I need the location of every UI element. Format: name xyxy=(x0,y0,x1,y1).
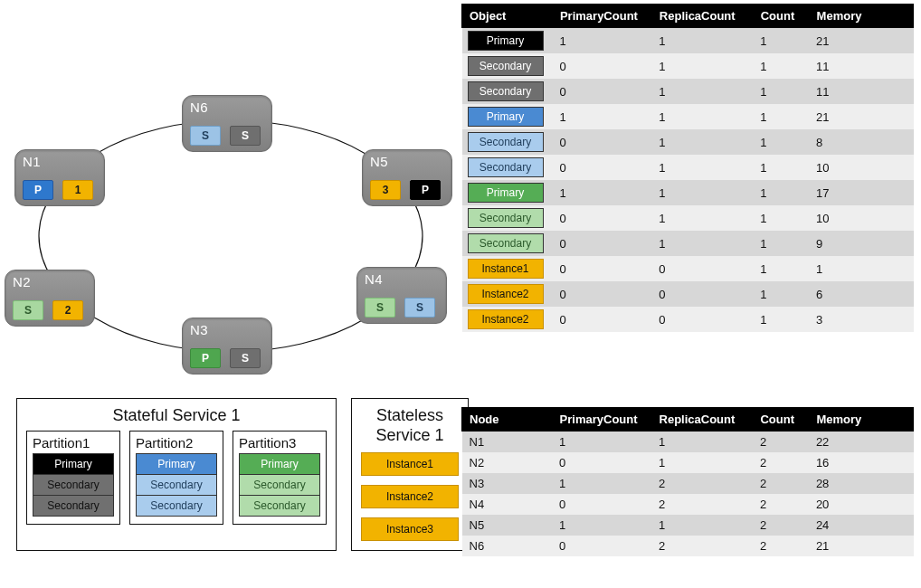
replica-slab: Secondary xyxy=(33,474,114,496)
cell-node: N6 xyxy=(462,536,553,556)
cell-memory: 22 xyxy=(809,432,914,453)
cell-primarycount: 1 xyxy=(552,432,651,453)
cell-node: N4 xyxy=(462,494,553,515)
replica-slab: Secondary xyxy=(239,495,320,517)
column-header: Object xyxy=(462,5,553,28)
replica-chip: S xyxy=(404,298,435,318)
cell-primarycount: 0 xyxy=(552,307,651,332)
column-header: ReplicaCount xyxy=(651,408,753,432)
cell-primarycount: 1 xyxy=(552,28,651,54)
cell-count: 2 xyxy=(753,515,809,536)
cell-replicacount: 1 xyxy=(651,515,753,536)
node-label: N6 xyxy=(190,100,264,115)
node-label: N3 xyxy=(190,322,264,337)
table-row: Secondary01110 xyxy=(462,205,914,231)
cell-memory: 3 xyxy=(809,307,913,332)
partition-title: Partition2 xyxy=(136,435,217,450)
instance-slab: Instance2 xyxy=(361,485,459,508)
cell-replicacount: 1 xyxy=(651,155,753,180)
cell-count: 2 xyxy=(753,494,809,515)
cell-count: 1 xyxy=(753,281,809,307)
objects-table: ObjectPrimaryCountReplicaCountCountMemor… xyxy=(461,4,914,332)
cell-memory: 1 xyxy=(809,256,913,281)
partition: Partition2PrimarySecondarySecondary xyxy=(129,431,223,525)
replica-slab: Secondary xyxy=(239,474,320,496)
services-legend: Stateful Service 1 Partition1PrimarySeco… xyxy=(16,398,469,551)
replica-slab: Secondary xyxy=(33,495,114,517)
table-row: N201216 xyxy=(462,452,914,473)
cell-primarycount: 0 xyxy=(552,79,651,104)
object-tag: Secondary xyxy=(468,132,544,152)
table-row: N511224 xyxy=(462,515,914,536)
cell-memory: 17 xyxy=(809,180,913,205)
cell-memory: 24 xyxy=(809,515,914,536)
object-tag: Primary xyxy=(468,107,544,127)
object-tag: Instance1 xyxy=(468,259,544,279)
cell-count: 2 xyxy=(753,452,809,473)
node-label: N4 xyxy=(365,271,439,287)
cluster-node-n6: N6SS xyxy=(182,95,272,152)
cell-replicacount: 0 xyxy=(651,256,753,281)
cell-primarycount: 0 xyxy=(552,129,651,155)
replica-chip: S xyxy=(13,300,43,320)
object-tag: Secondary xyxy=(468,208,544,228)
partition: Partition1PrimarySecondarySecondary xyxy=(26,431,120,525)
table-row: Secondary01111 xyxy=(462,53,914,79)
cell-primarycount: 0 xyxy=(552,53,651,79)
cell-count: 1 xyxy=(753,231,809,256)
cell-count: 1 xyxy=(753,307,809,332)
cell-count: 1 xyxy=(753,256,809,281)
replica-chip: S xyxy=(190,126,221,146)
cell-memory: 20 xyxy=(809,494,914,515)
cluster-node-n2: N2S2 xyxy=(5,270,95,327)
node-label: N1 xyxy=(23,154,97,169)
cell-node: N1 xyxy=(462,432,553,453)
cell-count: 1 xyxy=(753,205,809,231)
cell-replicacount: 2 xyxy=(651,536,753,556)
cluster-node-n3: N3PS xyxy=(182,318,272,375)
cell-replicacount: 1 xyxy=(651,129,753,155)
instance-slab: Instance3 xyxy=(361,517,459,541)
column-header: PrimaryCount xyxy=(552,5,651,28)
column-header: Node xyxy=(462,408,553,432)
replica-slab: Primary xyxy=(136,453,217,475)
cell-primarycount: 1 xyxy=(552,473,651,494)
cell-primarycount: 0 xyxy=(552,231,651,256)
cell-count: 1 xyxy=(753,129,809,155)
object-tag: Primary xyxy=(468,183,544,203)
cell-count: 1 xyxy=(753,28,809,54)
object-tag: Secondary xyxy=(468,56,544,76)
cell-primarycount: 1 xyxy=(552,104,651,129)
object-tag: Instance2 xyxy=(468,284,544,304)
cell-memory: 16 xyxy=(809,452,914,473)
cell-count: 1 xyxy=(753,180,809,205)
stateful-title: Stateful Service 1 xyxy=(26,404,327,431)
table-row: Secondary0119 xyxy=(462,231,914,256)
replica-chip: S xyxy=(230,126,261,146)
cell-memory: 11 xyxy=(809,79,913,104)
cell-replicacount: 1 xyxy=(651,79,753,104)
cell-replicacount: 1 xyxy=(651,180,753,205)
cell-replicacount: 1 xyxy=(651,53,753,79)
cell-memory: 21 xyxy=(809,104,913,129)
cell-primarycount: 0 xyxy=(552,452,651,473)
column-header: ReplicaCount xyxy=(651,5,753,28)
cell-count: 1 xyxy=(753,53,809,79)
replica-chip: P xyxy=(23,180,53,200)
table-row: N402220 xyxy=(462,494,914,515)
table-row: N312228 xyxy=(462,473,914,494)
cell-memory: 28 xyxy=(809,473,914,494)
cell-replicacount: 1 xyxy=(651,205,753,231)
cell-replicacount: 1 xyxy=(651,104,753,129)
cell-node: N5 xyxy=(462,515,553,536)
object-tag: Instance2 xyxy=(468,309,544,329)
replica-slab: Secondary xyxy=(136,495,217,517)
stateless-title: Stateless Service 1 xyxy=(361,404,459,450)
table-row: Primary11121 xyxy=(462,104,914,129)
replica-slab: Primary xyxy=(239,453,320,475)
object-tag: Primary xyxy=(468,31,544,51)
cell-primarycount: 0 xyxy=(552,536,651,556)
replica-slab: Primary xyxy=(33,453,114,475)
table-row: Instance20016 xyxy=(462,281,914,307)
cell-count: 2 xyxy=(753,473,809,494)
